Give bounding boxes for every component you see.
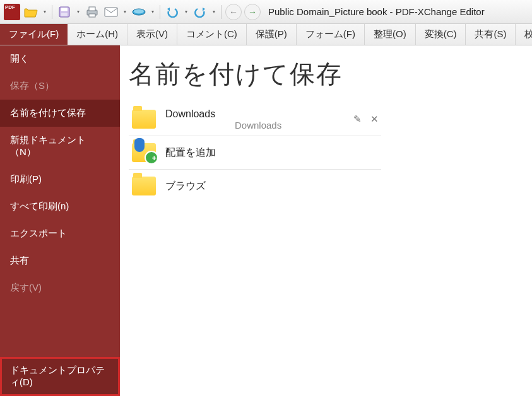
- redo-icon: [194, 6, 206, 18]
- add-place-icon: +: [132, 143, 156, 162]
- undo-icon: [166, 6, 179, 18]
- scanner-icon: [132, 8, 146, 16]
- envelope-icon: [104, 7, 118, 17]
- app-icon: [4, 4, 20, 20]
- save-as-panel: 名前を付けて保存 Downloads Downloads ✎ ✕ + 配置を追加…: [120, 45, 532, 396]
- arrow-right-icon: →: [248, 7, 257, 17]
- ribbon-tabstrip: ファイル(F) ホーム(H) 表示(V) コメント(C) 保護(P) フォーム(…: [0, 24, 532, 45]
- sidebar-item-export[interactable]: エクスポート: [0, 220, 120, 247]
- sidebar-item-open[interactable]: 開く: [0, 45, 120, 73]
- tab-view[interactable]: 表示(V): [127, 24, 177, 45]
- sidebar-item-save-as[interactable]: 名前を付けて保存: [0, 100, 120, 127]
- tab-protect[interactable]: 保護(P): [247, 24, 297, 45]
- email-dropdown-icon[interactable]: ▾: [122, 4, 128, 20]
- undo-button[interactable]: [164, 4, 180, 20]
- scan-dropdown-icon[interactable]: ▾: [150, 4, 156, 20]
- location-title: Downloads: [165, 108, 345, 120]
- tab-home[interactable]: ホーム(H): [68, 24, 127, 45]
- window-title: Public Domain_Picture book - PDF-XChange…: [268, 6, 485, 17]
- sidebar-item-revert: 戻す(V): [0, 274, 120, 301]
- panel-heading: 名前を付けて保存: [129, 57, 523, 91]
- browse-row[interactable]: ブラウズ: [129, 170, 381, 202]
- sidebar-item-document-properties[interactable]: ドキュメントプロパティ(D): [0, 357, 120, 396]
- sidebar-item-save: 保存（S）: [0, 73, 120, 100]
- svg-rect-2: [61, 13, 68, 16]
- open-file-button[interactable]: [23, 4, 39, 20]
- folder-icon: [132, 110, 156, 129]
- tab-convert[interactable]: 変換(C): [416, 24, 466, 45]
- nav-back-button[interactable]: ←: [225, 4, 242, 20]
- svg-rect-6: [105, 8, 117, 16]
- arrow-left-icon: ←: [229, 7, 238, 17]
- svg-point-8: [134, 9, 144, 13]
- sidebar-item-print-all[interactable]: すべて印刷(n): [0, 193, 120, 220]
- save-dropdown-icon[interactable]: ▾: [75, 4, 81, 20]
- location-row-downloads[interactable]: Downloads Downloads ✎ ✕: [129, 103, 381, 136]
- printer-icon: [85, 6, 99, 18]
- edit-location-button[interactable]: ✎: [353, 114, 362, 125]
- sidebar-item-share[interactable]: 共有: [0, 247, 120, 274]
- tab-organize[interactable]: 整理(O): [365, 24, 416, 45]
- email-button[interactable]: [103, 4, 119, 20]
- floppy-save-icon: [58, 6, 71, 18]
- svg-rect-4: [89, 7, 95, 11]
- browse-label: ブラウズ: [165, 180, 379, 193]
- scan-button[interactable]: [131, 4, 147, 20]
- tab-review[interactable]: 校閲: [516, 24, 532, 45]
- redo-dropdown-icon[interactable]: ▾: [211, 4, 217, 20]
- tab-share[interactable]: 共有(S): [466, 24, 516, 45]
- folder-open-icon: [24, 6, 38, 18]
- open-dropdown-icon[interactable]: ▾: [42, 4, 48, 20]
- redo-button[interactable]: [192, 4, 208, 20]
- tab-form[interactable]: フォーム(F): [297, 24, 365, 45]
- tab-file[interactable]: ファイル(F): [0, 24, 68, 45]
- svg-rect-5: [89, 14, 95, 17]
- folder-icon: [132, 177, 156, 195]
- file-menu-sidebar: 開く 保存（S） 名前を付けて保存 新規ドキュメント（N） 印刷(P) すべて印…: [0, 45, 120, 396]
- save-button[interactable]: [56, 4, 73, 20]
- svg-rect-1: [61, 8, 68, 11]
- add-place-row[interactable]: + 配置を追加: [129, 136, 381, 170]
- title-toolbar: ▾ ▾ ▾ ▾ ▾ ▾ ← → Public Domain_Picture bo…: [0, 0, 532, 24]
- remove-location-button[interactable]: ✕: [370, 114, 379, 125]
- sidebar-item-new-document[interactable]: 新規ドキュメント（N）: [0, 127, 120, 166]
- tab-comment[interactable]: コメント(C): [177, 24, 247, 45]
- print-button[interactable]: [84, 4, 100, 20]
- nav-forward-button[interactable]: →: [244, 4, 261, 20]
- add-place-label: 配置を追加: [165, 146, 379, 160]
- undo-dropdown-icon[interactable]: ▾: [183, 4, 189, 20]
- sidebar-item-print[interactable]: 印刷(P): [0, 166, 120, 193]
- location-subtitle: Downloads: [165, 120, 345, 131]
